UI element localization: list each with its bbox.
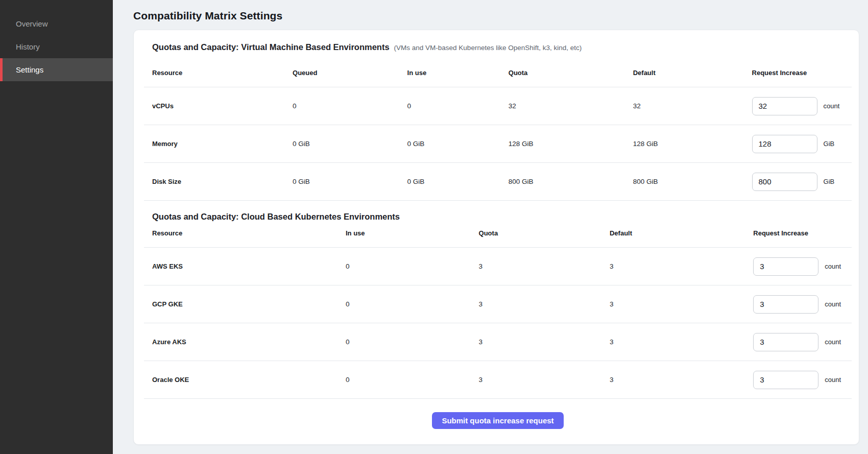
resource-label: Azure AKS: [144, 323, 346, 361]
in-use-value: 0: [346, 323, 479, 361]
unit-label: count: [825, 262, 841, 270]
queued-value: 0 GiB: [293, 125, 407, 163]
in-use-value: 0 GiB: [407, 125, 509, 163]
column-header-in-use: In use: [407, 52, 509, 87]
table-row: vCPUs 0 0 32 32 count: [144, 87, 852, 125]
unit-label: count: [824, 102, 840, 110]
sidebar-nav: Overview History Settings: [0, 0, 113, 81]
resource-label: Oracle OKE: [144, 361, 346, 399]
in-use-value: 0: [346, 361, 479, 399]
unit-label: count: [825, 338, 841, 346]
column-header-resource: Resource: [144, 222, 346, 248]
vm-quota-table: Resource Queued In use Quota Default Req…: [144, 52, 852, 201]
cloud-table-header-row: Resource In use Quota Default Request In…: [144, 222, 852, 248]
request-increase-cell: count: [752, 97, 849, 115]
request-increase-cell: count: [753, 257, 849, 276]
quota-value: 3: [479, 361, 610, 399]
unit-label: count: [825, 300, 841, 308]
request-increase-cell: count: [753, 371, 849, 389]
column-header-request-increase: Request Increase: [752, 52, 852, 87]
quota-value: 3: [479, 323, 610, 361]
oracle-oke-request-input[interactable]: [753, 371, 818, 389]
column-header-resource: Resource: [144, 52, 293, 87]
default-value: 3: [610, 361, 753, 399]
default-value: 32: [633, 87, 752, 125]
resource-label: Memory: [144, 125, 293, 163]
submit-row: Submit quota increase request: [144, 412, 852, 429]
in-use-value: 0 GiB: [407, 163, 509, 201]
table-row: Azure AKS 0 3 3 count: [144, 323, 852, 361]
default-value: 128 GiB: [633, 125, 752, 163]
default-value: 3: [610, 285, 753, 323]
page-title: Compatibility Matrix Settings: [133, 10, 859, 22]
queued-value: 0: [293, 87, 407, 125]
table-row: AWS EKS 0 3 3 count: [144, 248, 852, 285]
default-value: 3: [610, 248, 753, 285]
quota-value: 3: [479, 248, 610, 285]
vcpus-request-input[interactable]: [752, 97, 817, 115]
gcp-gke-request-input[interactable]: [753, 295, 818, 314]
column-header-default: Default: [633, 52, 752, 87]
request-increase-cell: GiB: [752, 135, 849, 153]
table-row: Oracle OKE 0 3 3 count: [144, 361, 852, 399]
in-use-value: 0: [346, 248, 479, 285]
table-row: Disk Size 0 GiB 0 GiB 800 GiB 800 GiB Gi…: [144, 163, 852, 201]
vm-section-header: Quotas and Capacity: Virtual Machine Bas…: [144, 42, 852, 52]
sidebar-item-overview[interactable]: Overview: [0, 12, 113, 35]
vm-table-header-row: Resource Queued In use Quota Default Req…: [144, 52, 852, 87]
column-header-queued: Queued: [293, 52, 407, 87]
in-use-value: 0: [346, 285, 479, 323]
cloud-section-title: Quotas and Capacity: Cloud Based Kuberne…: [152, 212, 400, 222]
quota-value: 3: [479, 285, 610, 323]
request-increase-cell: GiB: [752, 173, 849, 191]
sidebar: Overview History Settings: [0, 0, 113, 454]
cloud-quota-table: Resource In use Quota Default Request In…: [144, 222, 852, 399]
resource-label: vCPUs: [144, 87, 293, 125]
sidebar-item-settings[interactable]: Settings: [0, 58, 113, 81]
cloud-section-header: Quotas and Capacity: Cloud Based Kuberne…: [144, 212, 852, 222]
column-header-in-use: In use: [346, 222, 479, 248]
in-use-value: 0: [407, 87, 509, 125]
aws-eks-request-input[interactable]: [753, 257, 818, 276]
main-content: Compatibility Matrix Settings Quotas and…: [113, 0, 868, 454]
column-header-default: Default: [610, 222, 753, 248]
vm-section-subtitle: (VMs and VM-based Kubernetes like OpenSh…: [394, 44, 582, 52]
unit-label: GiB: [824, 140, 835, 148]
sidebar-item-history[interactable]: History: [0, 35, 113, 58]
column-header-quota: Quota: [479, 222, 610, 248]
memory-request-input[interactable]: [752, 135, 817, 153]
request-increase-cell: count: [753, 295, 849, 314]
settings-card: Quotas and Capacity: Virtual Machine Bas…: [133, 30, 859, 445]
quota-value: 32: [509, 87, 633, 125]
resource-label: GCP GKE: [144, 285, 346, 323]
quota-value: 128 GiB: [509, 125, 633, 163]
submit-quota-increase-button[interactable]: Submit quota increase request: [432, 412, 563, 429]
unit-label: GiB: [824, 178, 835, 185]
column-header-request-increase: Request Increase: [753, 222, 852, 248]
vm-section-title: Quotas and Capacity: Virtual Machine Bas…: [152, 42, 390, 52]
disk-size-request-input[interactable]: [752, 173, 817, 191]
column-header-quota: Quota: [509, 52, 633, 87]
table-row: Memory 0 GiB 0 GiB 128 GiB 128 GiB GiB: [144, 125, 852, 163]
default-value: 800 GiB: [633, 163, 752, 201]
resource-label: Disk Size: [144, 163, 293, 201]
request-increase-cell: count: [753, 333, 849, 351]
resource-label: AWS EKS: [144, 248, 346, 285]
quota-value: 800 GiB: [509, 163, 633, 201]
queued-value: 0 GiB: [293, 163, 407, 201]
table-row: GCP GKE 0 3 3 count: [144, 285, 852, 323]
default-value: 3: [610, 323, 753, 361]
azure-aks-request-input[interactable]: [753, 333, 818, 351]
unit-label: count: [825, 376, 841, 384]
